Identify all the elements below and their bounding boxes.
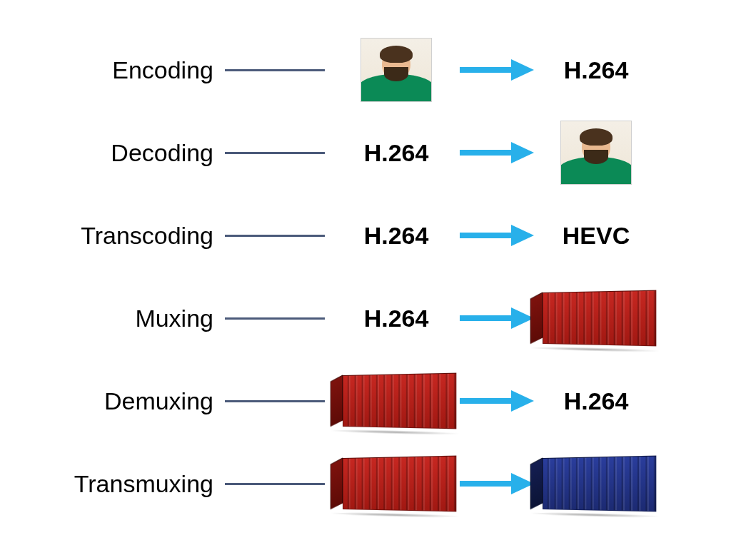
codec-label: HEVC <box>563 222 630 250</box>
connector-line <box>225 483 325 485</box>
output-slot: H.264 <box>539 56 653 84</box>
person-photo <box>361 38 432 102</box>
row-transcoding: TranscodingH.264HEVC <box>64 194 702 277</box>
input-slot <box>339 458 453 509</box>
operation-label: Transmuxing <box>64 470 225 498</box>
connector-line <box>225 400 325 402</box>
output-slot: HEVC <box>539 222 653 250</box>
arrow-icon <box>453 58 539 82</box>
input-slot: H.264 <box>339 305 453 332</box>
output-slot <box>539 121 653 185</box>
connector-line <box>225 69 325 71</box>
codec-label: H.264 <box>564 56 629 84</box>
connector-line <box>225 152 325 154</box>
shipping-container-red <box>343 373 456 429</box>
operation-label: Transcoding <box>64 222 225 250</box>
operation-label: Encoding <box>64 56 225 84</box>
row-decoding: DecodingH.264 <box>64 111 702 194</box>
shipping-container-blue <box>543 456 656 512</box>
person-photo <box>560 121 632 185</box>
row-encoding: EncodingH.264 <box>64 29 702 111</box>
row-muxing: MuxingH.264 <box>64 277 702 360</box>
codec-label: H.264 <box>364 139 429 167</box>
arrow-icon <box>453 223 539 248</box>
arrow-icon <box>453 389 539 413</box>
video-operations-diagram: EncodingH.264DecodingH.264TranscodingH.2… <box>64 29 702 525</box>
arrow-icon <box>453 306 539 330</box>
shipping-container-red <box>343 456 456 512</box>
row-demuxing: DemuxingH.264 <box>64 360 702 442</box>
codec-label: H.264 <box>364 305 429 332</box>
row-transmuxing: Transmuxing <box>64 442 702 525</box>
shipping-container-red <box>543 290 656 347</box>
input-slot: H.264 <box>339 139 453 167</box>
input-slot <box>339 38 453 102</box>
input-slot <box>339 375 453 427</box>
svg-marker-3 <box>511 142 534 163</box>
codec-label: H.264 <box>564 387 629 415</box>
arrow-icon <box>453 472 539 496</box>
svg-marker-5 <box>511 225 534 246</box>
svg-marker-9 <box>511 390 534 412</box>
output-slot <box>539 458 653 509</box>
connector-line <box>225 317 325 320</box>
output-slot: H.264 <box>539 387 653 415</box>
svg-marker-1 <box>511 59 534 81</box>
input-slot: H.264 <box>339 222 453 250</box>
operation-label: Demuxing <box>64 387 225 415</box>
arrow-icon <box>453 141 539 165</box>
output-slot <box>539 292 653 344</box>
connector-line <box>225 235 325 237</box>
operation-label: Muxing <box>64 305 225 332</box>
operation-label: Decoding <box>64 139 225 167</box>
codec-label: H.264 <box>364 222 429 250</box>
